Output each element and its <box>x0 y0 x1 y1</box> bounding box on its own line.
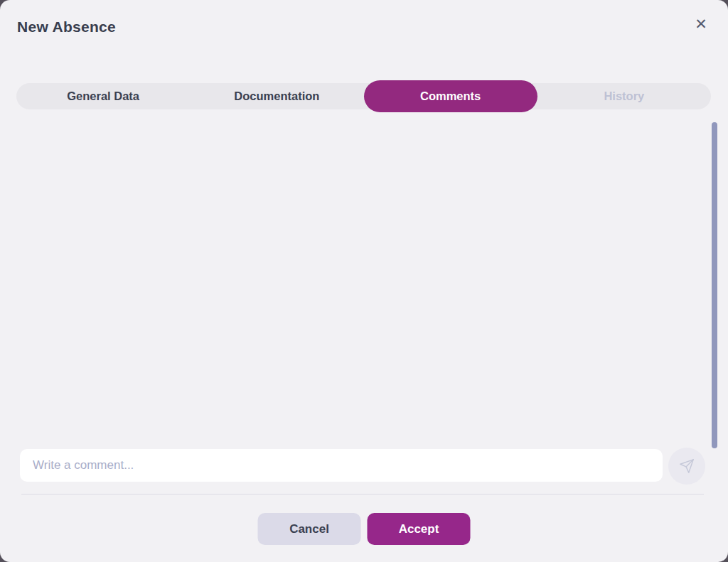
footer-divider <box>21 494 704 495</box>
tab-bar: General Data Documentation Comments Hist… <box>16 83 711 109</box>
tab-documentation[interactable]: Documentation <box>190 83 363 109</box>
cancel-button[interactable]: Cancel <box>258 513 361 545</box>
comments-empty-area <box>0 117 728 441</box>
modal-title: New Absence <box>17 18 116 36</box>
new-absence-modal: New Absence ✕ General Data Documentation… <box>0 0 728 562</box>
tab-general-data[interactable]: General Data <box>16 83 190 109</box>
tab-comments[interactable]: Comments <box>364 80 537 112</box>
vertical-scrollbar[interactable] <box>712 122 717 448</box>
send-comment-button[interactable] <box>668 448 705 485</box>
footer-buttons: Cancel Accept <box>258 513 471 545</box>
tab-history[interactable]: History <box>537 83 711 109</box>
close-icon[interactable]: ✕ <box>692 16 710 33</box>
paper-plane-icon <box>679 458 695 474</box>
accept-button[interactable]: Accept <box>368 513 471 545</box>
comment-input[interactable] <box>20 449 663 482</box>
